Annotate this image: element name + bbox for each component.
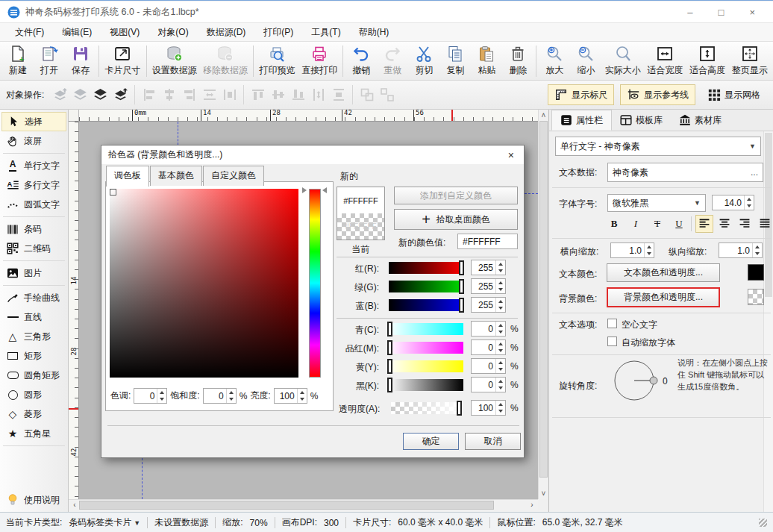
menu-file[interactable]: 文件(F)	[6, 24, 53, 41]
tool-multi-line-text[interactable]: A多行文字	[1, 175, 66, 195]
sv-cursor[interactable]	[110, 190, 116, 195]
slider-handle[interactable]	[459, 260, 464, 275]
slider-handle[interactable]	[387, 359, 392, 374]
align-left-button[interactable]	[695, 215, 713, 233]
blue-spinner[interactable]: 255	[471, 297, 506, 313]
paste-button[interactable]: 粘贴	[471, 43, 502, 79]
italic-button[interactable]: I	[627, 215, 645, 233]
menu-print[interactable]: 打印(P)	[254, 24, 302, 41]
cyan-slider[interactable]	[389, 323, 463, 335]
open-button[interactable]: 打开	[34, 43, 65, 79]
green-spinner[interactable]: 255	[471, 278, 506, 294]
slider-handle[interactable]	[387, 340, 392, 355]
menu-datasource[interactable]: 数据源(D)	[198, 24, 255, 41]
tab-template-library[interactable]: 模板库	[612, 110, 671, 131]
panel-scrollbar[interactable]	[763, 131, 773, 512]
guide-line-vertical[interactable]	[142, 458, 143, 499]
save-button[interactable]: 保存	[65, 43, 96, 79]
minimize-button[interactable]: –	[687, 7, 692, 18]
object-selector-dropdown[interactable]: 单行文字 - 神奇像素▼	[555, 137, 761, 156]
yellow-slider[interactable]	[389, 360, 463, 372]
autosize-font-checkbox[interactable]	[607, 337, 617, 346]
zoom-in-button[interactable]: 放大	[539, 43, 570, 79]
fit-width-button[interactable]: 适合宽度	[644, 43, 686, 79]
pick-screen-color-button[interactable]: +拾取桌面颜色	[394, 209, 518, 230]
text-data-field[interactable]: 神奇像素...	[607, 163, 763, 182]
black-slider[interactable]	[389, 379, 463, 391]
new-button[interactable]: +新建	[2, 43, 34, 79]
yellow-spinner[interactable]: 0	[471, 358, 506, 374]
close-button[interactable]: ×	[749, 7, 755, 18]
font-size-spinner[interactable]: 14.0	[712, 195, 754, 210]
rotation-dial[interactable]	[613, 359, 659, 405]
dialog-close-icon[interactable]: ×	[505, 149, 517, 161]
canvas-vertical-scrollbar[interactable]: ˄ ˅	[538, 110, 548, 499]
tool-freehand-curve[interactable]: 手绘曲线	[1, 288, 66, 307]
whole-page-button[interactable]: 整页显示	[728, 43, 771, 79]
tab-basic-colors[interactable]: 基本颜色	[150, 166, 202, 186]
scrollbar-thumb[interactable]	[539, 121, 548, 478]
new-color-value-field[interactable]: #FFFFFF	[457, 234, 518, 249]
menu-edit[interactable]: 编辑(E)	[53, 24, 101, 41]
maximize-button[interactable]: □	[719, 7, 725, 18]
align-justify-button[interactable]	[756, 215, 773, 233]
scale-h-spinner[interactable]: 1.0	[610, 242, 654, 258]
alpha-slider[interactable]	[391, 402, 461, 414]
tool-triangle[interactable]: △三角形	[1, 327, 66, 346]
black-spinner[interactable]: 0	[471, 377, 506, 392]
help-button[interactable]: 使用说明	[1, 488, 66, 512]
bring-to-front-icon[interactable]	[90, 85, 110, 105]
cancel-button[interactable]: 取消	[465, 433, 521, 450]
tool-rounded-rectangle[interactable]: 圆角矩形	[1, 366, 66, 385]
slider-handle[interactable]	[459, 298, 464, 313]
slider-handle[interactable]	[459, 279, 464, 294]
hue-marker-left[interactable]	[302, 187, 307, 193]
red-spinner[interactable]: 255	[471, 260, 506, 275]
menu-view[interactable]: 视图(V)	[101, 24, 148, 41]
show-grid-button[interactable]: 显示网格	[701, 85, 767, 105]
tool-pan[interactable]: 滚屏	[1, 131, 66, 151]
hue-marker-right[interactable]	[322, 187, 327, 193]
hue-strip[interactable]	[309, 189, 321, 378]
alpha-spinner[interactable]: 100	[471, 400, 506, 416]
saturation-value-field[interactable]	[110, 189, 298, 378]
tool-select[interactable]: 选择	[1, 112, 66, 131]
scroll-right-arrow[interactable]: ›	[528, 500, 536, 510]
align-right-button[interactable]	[736, 215, 754, 233]
card-type-dropdown[interactable]: 条码标签类卡片▼	[69, 516, 140, 529]
tool-single-line-text[interactable]: A单行文字	[1, 156, 66, 175]
green-slider[interactable]	[389, 281, 463, 292]
print-preview-button[interactable]: 打印预览	[256, 43, 298, 79]
slider-handle[interactable]	[387, 378, 392, 392]
more-button[interactable]: ...	[751, 167, 758, 178]
blue-slider[interactable]	[389, 299, 463, 311]
tool-rectangle[interactable]: 矩形	[1, 346, 66, 366]
cut-button[interactable]: 剪切	[408, 43, 439, 79]
canvas-horizontal-scrollbar[interactable]: ‹ ›	[69, 499, 538, 510]
resize-grip[interactable]	[759, 519, 767, 527]
actual-size-button[interactable]: 实际大小	[601, 43, 644, 79]
hollow-text-checkbox[interactable]	[607, 319, 617, 328]
guide-line-horizontal[interactable]	[525, 193, 538, 194]
scale-v-spinner[interactable]: 1.0	[719, 242, 763, 258]
card-size-button[interactable]: 卡片尺寸	[101, 43, 144, 79]
delete-button[interactable]: 删除	[502, 43, 533, 79]
red-slider[interactable]	[389, 262, 463, 274]
tab-properties[interactable]: 属性栏	[551, 110, 612, 131]
hue-spinner[interactable]: 0	[134, 388, 167, 404]
scrollbar-thumb[interactable]	[79, 501, 494, 510]
text-color-button[interactable]: 文本颜色和透明度...	[607, 263, 720, 282]
zoom-out-button[interactable]: 缩小	[570, 43, 601, 79]
dialog-title-bar[interactable]: 拾色器 (背景颜色和透明度...) ×	[101, 145, 524, 164]
guide-line-vertical[interactable]	[178, 122, 178, 145]
tab-palette[interactable]: 调色板	[106, 166, 149, 187]
show-ruler-button[interactable]: 显示标尺	[548, 84, 614, 105]
tool-image[interactable]: 图片	[1, 263, 66, 283]
show-guides-button[interactable]: 显示参考线	[620, 84, 695, 105]
magenta-spinner[interactable]: 0	[471, 339, 506, 355]
tab-custom-colors[interactable]: 自定义颜色	[203, 166, 264, 186]
bg-color-button[interactable]: 背景颜色和透明度...	[607, 287, 720, 307]
scroll-down-arrow[interactable]: ˅	[539, 489, 548, 498]
bold-button[interactable]: B	[605, 215, 623, 233]
align-center-button[interactable]	[716, 215, 733, 233]
